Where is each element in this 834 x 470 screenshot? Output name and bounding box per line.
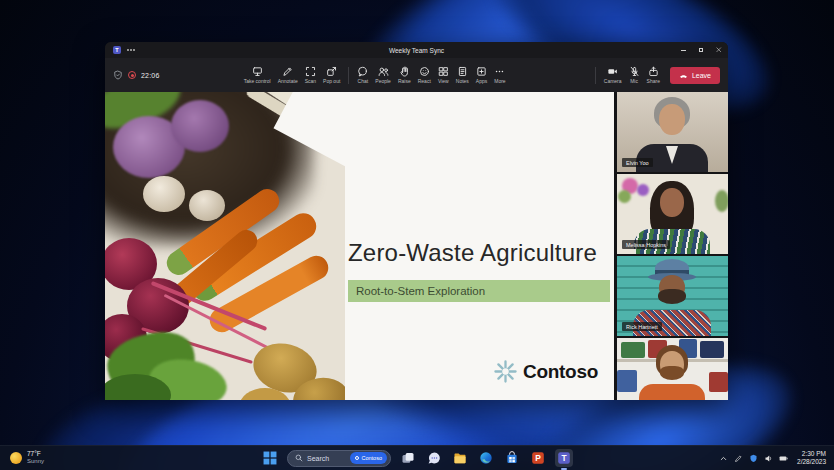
participant-rail: Elvin Yoo Melissa Hopkins bbox=[617, 92, 728, 400]
mic-muted-button[interactable]: Mic bbox=[626, 64, 643, 87]
file-explorer-button[interactable] bbox=[451, 449, 469, 467]
edge-browser-button[interactable] bbox=[477, 449, 495, 467]
more-button[interactable]: More bbox=[491, 64, 508, 87]
shield-check-icon bbox=[113, 70, 123, 80]
chat-app-button[interactable] bbox=[425, 449, 443, 467]
notes-button[interactable]: Notes bbox=[453, 64, 472, 87]
security-shield-icon[interactable] bbox=[749, 454, 758, 463]
garlic-white-bulb bbox=[143, 176, 185, 212]
taskbar-clock[interactable]: 2:30 PM 2/28/2023 bbox=[797, 450, 826, 467]
scan-button[interactable]: Scan bbox=[302, 64, 319, 87]
weather-widget[interactable]: 77°F Sunny bbox=[10, 446, 44, 470]
share-button[interactable]: Share bbox=[644, 64, 663, 87]
apps-button[interactable]: Apps bbox=[473, 64, 490, 87]
contoso-chip-icon bbox=[355, 456, 360, 461]
window-titlebar[interactable]: T Weekly Team Sync bbox=[105, 42, 728, 58]
camera-button[interactable]: Camera bbox=[601, 64, 625, 87]
person-sweater bbox=[639, 384, 705, 400]
participant-video[interactable] bbox=[617, 338, 728, 400]
plant bbox=[715, 190, 728, 212]
notes-icon bbox=[457, 66, 468, 77]
store-button[interactable] bbox=[503, 449, 521, 467]
minimize-button[interactable] bbox=[674, 42, 692, 58]
participant-name: Rick Hartnett bbox=[622, 322, 662, 331]
raise-hand-button[interactable]: Raise bbox=[395, 64, 414, 87]
react-button[interactable]: React bbox=[415, 64, 434, 87]
meeting-timer: 22:06 bbox=[141, 72, 160, 79]
start-button[interactable] bbox=[261, 449, 279, 467]
pen-tray-icon[interactable] bbox=[734, 454, 743, 463]
svg-text:P: P bbox=[535, 453, 541, 463]
window-title: Weekly Team Sync bbox=[105, 47, 728, 54]
take-control-icon bbox=[252, 66, 263, 77]
contoso-chip-label: Contoso bbox=[362, 455, 383, 461]
contoso-starburst-icon bbox=[494, 360, 517, 383]
participant-name: Melissa Hopkins bbox=[622, 240, 670, 249]
view-grid-icon bbox=[438, 66, 449, 77]
flowers bbox=[637, 184, 649, 196]
person-face bbox=[659, 104, 685, 135]
meeting-stage: Zero-Waste Agriculture Root-to-Stem Expl… bbox=[105, 92, 728, 400]
pop-out-button[interactable]: Pop out bbox=[320, 64, 343, 87]
weather-condition: Sunny bbox=[27, 458, 44, 466]
person-beard bbox=[660, 366, 684, 380]
annotate-button[interactable]: Annotate bbox=[275, 64, 301, 87]
shelf-clothes bbox=[709, 372, 728, 392]
view-button[interactable]: View bbox=[435, 64, 452, 87]
participant-video[interactable]: Melissa Hopkins bbox=[617, 174, 728, 254]
people-icon bbox=[378, 66, 389, 77]
participant-name: Elvin Yoo bbox=[622, 158, 653, 167]
slide-photo-vegetables bbox=[105, 92, 345, 400]
search-placeholder: Search bbox=[307, 455, 346, 462]
maximize-button[interactable] bbox=[692, 42, 710, 58]
shelf-clothes bbox=[700, 341, 724, 358]
powerpoint-button[interactable]: P bbox=[529, 449, 547, 467]
more-ellipsis-icon bbox=[494, 66, 505, 77]
clock-time: 2:30 PM bbox=[802, 450, 826, 458]
close-button[interactable] bbox=[710, 42, 728, 58]
teams-app-button[interactable]: T bbox=[555, 449, 573, 467]
meeting-controls-group: Chat People Raise bbox=[354, 64, 508, 87]
desktop: T Weekly Team Sync 22:06 bbox=[0, 0, 834, 470]
slide-title: Zero-Waste Agriculture bbox=[348, 239, 597, 267]
chat-app-icon bbox=[427, 451, 441, 465]
contoso-logo: Contoso bbox=[494, 360, 598, 383]
file-explorer-icon bbox=[453, 451, 467, 465]
shelf-clothes bbox=[621, 342, 645, 358]
person-beard bbox=[658, 289, 686, 304]
pop-out-icon bbox=[326, 66, 337, 77]
task-view-button[interactable] bbox=[399, 449, 417, 467]
weather-temp: 77°F bbox=[27, 450, 44, 458]
scan-frame-icon bbox=[305, 66, 316, 77]
participant-video[interactable]: Elvin Yoo bbox=[617, 92, 728, 172]
svg-text:T: T bbox=[561, 453, 567, 463]
titlebar-more-icon[interactable] bbox=[127, 49, 135, 51]
sun-icon bbox=[10, 452, 22, 464]
people-button[interactable]: People bbox=[372, 64, 394, 87]
windows-taskbar: 77°F Sunny Search Conto bbox=[0, 445, 834, 470]
volume-icon[interactable] bbox=[764, 454, 773, 463]
shared-slide: Zero-Waste Agriculture Root-to-Stem Expl… bbox=[105, 92, 614, 400]
react-smiley-icon bbox=[419, 66, 430, 77]
toolbar-divider bbox=[348, 67, 349, 84]
take-control-button[interactable]: Take control bbox=[241, 64, 274, 87]
teams-logo-icon: T bbox=[113, 46, 121, 54]
person-face bbox=[660, 188, 684, 217]
windows-logo-icon bbox=[263, 451, 277, 465]
shelf-clothes bbox=[617, 370, 637, 392]
contoso-wordmark: Contoso bbox=[523, 361, 598, 383]
chat-button[interactable]: Chat bbox=[354, 64, 371, 87]
leave-button[interactable]: Leave bbox=[670, 67, 720, 84]
powerpoint-icon: P bbox=[531, 451, 545, 465]
search-contoso-chip[interactable]: Contoso bbox=[350, 452, 388, 464]
leave-label: Leave bbox=[692, 72, 711, 79]
search-input[interactable]: Search Contoso bbox=[287, 450, 391, 467]
share-controls-group: Take control Annotate Scan bbox=[241, 64, 344, 87]
hang-up-icon bbox=[679, 71, 688, 80]
edge-icon bbox=[479, 451, 493, 465]
battery-icon[interactable] bbox=[779, 454, 788, 463]
camera-icon bbox=[607, 66, 618, 77]
task-view-icon bbox=[401, 451, 415, 465]
participant-video[interactable]: Rick Hartnett bbox=[617, 256, 728, 336]
hidden-icons-chevron-icon[interactable] bbox=[719, 454, 728, 463]
